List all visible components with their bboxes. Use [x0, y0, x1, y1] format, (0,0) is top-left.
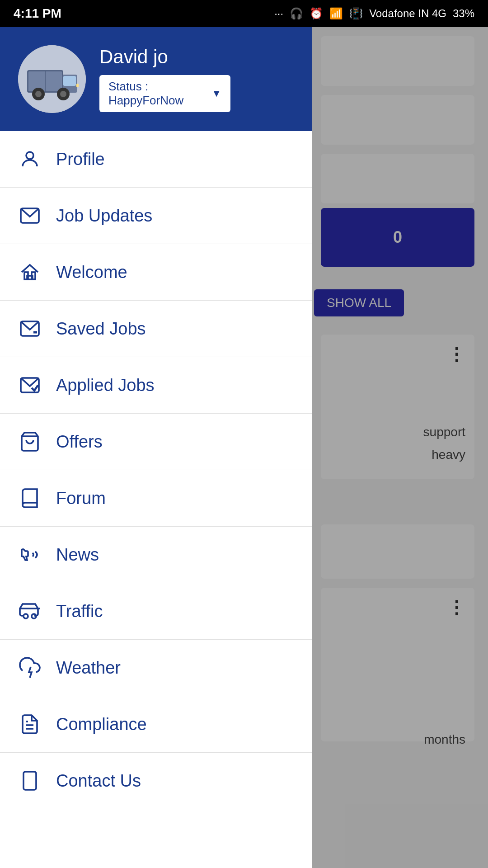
status-right: ··· 🎧 ⏰ 📶 📳 Vodafone IN 4G 33% — [274, 7, 474, 20]
contact-us-label: Contact Us — [56, 771, 141, 791]
carrier-label: Vodafone IN 4G — [369, 7, 446, 20]
cart-icon — [18, 430, 42, 453]
dropdown-arrow-icon: ▼ — [211, 88, 221, 99]
sidebar-item-saved-jobs[interactable]: Saved Jobs — [0, 301, 312, 357]
menu-list: Profile Job Updates Welcome Saved Jobs — [0, 131, 312, 868]
username: David jo — [99, 46, 230, 68]
document-icon — [18, 712, 42, 736]
svg-point-20 — [23, 614, 28, 618]
svg-point-21 — [32, 614, 36, 618]
applied-jobs-label: Applied Jobs — [56, 376, 155, 395]
svg-point-6 — [35, 91, 42, 97]
status-time: 4:11 PM — [14, 6, 61, 21]
status-dropdown[interactable]: Status : HappyForNow ▼ — [99, 75, 230, 112]
headphone-icon: 🎧 — [290, 7, 303, 20]
welcome-label: Welcome — [56, 263, 127, 282]
sidebar-item-news[interactable]: News — [0, 527, 312, 583]
job-updates-label: Job Updates — [56, 206, 152, 226]
traffic-label: Traffic — [56, 602, 103, 621]
sidebar-item-job-updates[interactable]: Job Updates — [0, 188, 312, 244]
status-bar: 4:11 PM ··· 🎧 ⏰ 📶 📳 Vodafone IN 4G 33% — [0, 0, 488, 27]
home-icon — [18, 260, 42, 284]
envelope-icon — [18, 204, 42, 227]
avatar — [18, 45, 86, 113]
car-icon — [18, 599, 42, 623]
saved-jobs-label: Saved Jobs — [56, 319, 146, 339]
sidebar-item-forum[interactable]: Forum — [0, 470, 312, 527]
sidebar-item-welcome[interactable]: Welcome — [0, 244, 312, 301]
phone-icon — [18, 769, 42, 793]
applied-envelope-icon — [18, 373, 42, 397]
alarm-icon: ⏰ — [310, 7, 323, 20]
weather-label: Weather — [56, 658, 121, 678]
truck-avatar-image — [18, 45, 86, 113]
svg-point-8 — [60, 91, 66, 97]
battery-label: 33% — [453, 7, 474, 20]
svg-point-11 — [26, 152, 33, 159]
book-icon — [18, 486, 42, 510]
sidebar-item-traffic[interactable]: Traffic — [0, 583, 312, 640]
side-drawer: David jo Status : HappyForNow ▼ Profile … — [0, 27, 312, 868]
sidebar-item-weather[interactable]: Weather — [0, 640, 312, 696]
user-info: David jo Status : HappyForNow ▼ — [99, 46, 230, 112]
offers-label: Offers — [56, 432, 103, 452]
forum-label: Forum — [56, 489, 106, 508]
megaphone-icon — [18, 543, 42, 566]
svg-rect-10 — [76, 84, 79, 87]
lightning-icon — [18, 656, 42, 679]
sidebar-item-offers[interactable]: Offers — [0, 414, 312, 470]
saved-envelope-icon — [18, 317, 42, 340]
vibrate-icon: 📳 — [349, 7, 363, 20]
signal-icon: 📶 — [329, 7, 343, 20]
news-label: News — [56, 545, 99, 565]
sidebar-item-compliance[interactable]: Compliance — [0, 696, 312, 753]
person-icon — [18, 147, 42, 171]
drawer-header: David jo Status : HappyForNow ▼ — [0, 27, 312, 131]
compliance-label: Compliance — [56, 715, 147, 734]
dots-indicator: ··· — [274, 7, 283, 20]
sidebar-item-profile[interactable]: Profile — [0, 131, 312, 188]
status-text: Status : HappyForNow — [108, 80, 211, 108]
sidebar-item-contact-us[interactable]: Contact Us — [0, 753, 312, 809]
svg-rect-3 — [63, 76, 76, 86]
sidebar-item-applied-jobs[interactable]: Applied Jobs — [0, 357, 312, 414]
profile-label: Profile — [56, 150, 105, 169]
